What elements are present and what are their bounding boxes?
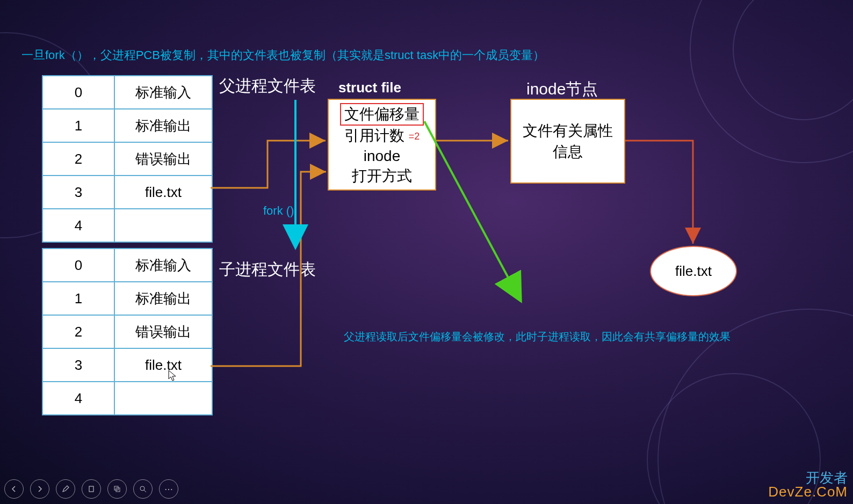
table-row: 2错误输出	[42, 315, 212, 348]
fd-index: 4	[42, 382, 114, 415]
fork-call-label: fork ()	[263, 204, 294, 218]
child-file-table: 0标准输入 1标准输出 2错误输出 3file.txt 4	[42, 248, 213, 415]
inode-box-text: 文件有关属性 信息	[523, 120, 613, 162]
svg-rect-0	[89, 486, 93, 492]
fd-value	[114, 209, 212, 242]
parent-file-table: 0标准输入 1标准输出 2错误输出 3file.txt 4	[42, 75, 213, 243]
table-row: 0标准输入	[42, 76, 212, 109]
fd-index: 2	[42, 142, 114, 176]
fd-index: 0	[42, 76, 114, 109]
fd-value: 标准输出	[114, 282, 212, 315]
fd-value	[114, 382, 212, 415]
fd-value: file.txt	[114, 348, 212, 382]
inode-title: inode节点	[526, 78, 598, 100]
file-offset-field: 文件偏移量	[340, 103, 424, 126]
fd-value: 错误输出	[114, 315, 212, 348]
top-note: 一旦fork（），父进程PCB被复制，其中的文件表也被复制（其实就是struct…	[21, 47, 545, 63]
table-row: 4	[42, 382, 212, 415]
table-row: 2错误输出	[42, 142, 212, 176]
fd-value: 错误输出	[114, 142, 212, 176]
arrow-parent-to-struct	[211, 141, 326, 188]
fd-value: 标准输入	[114, 76, 212, 109]
presentation-toolbar: ⋯	[4, 479, 178, 499]
inode-box: 文件有关属性 信息	[510, 99, 625, 184]
fd-index: 3	[42, 176, 114, 209]
svg-point-3	[140, 486, 144, 491]
fd-value: 标准输入	[114, 249, 212, 282]
more-button[interactable]: ⋯	[159, 479, 178, 499]
ref-count-value: =2	[409, 131, 420, 142]
bottom-note: 父进程读取后文件偏移量会被修改，此时子进程读取，因此会有共享偏移量的效果	[344, 330, 731, 344]
fd-index: 2	[42, 315, 114, 348]
fd-value: 标准输出	[114, 109, 212, 142]
table-row: 1标准输出	[42, 282, 212, 315]
prev-slide-button[interactable]	[4, 479, 24, 499]
parent-table-title: 父进程文件表	[219, 75, 316, 97]
copy-button[interactable]	[107, 479, 127, 499]
table-row: 3file.txt	[42, 176, 212, 209]
pen-tool-button[interactable]	[56, 479, 75, 499]
file-ellipse: file.txt	[650, 246, 737, 296]
fd-value: file.txt	[114, 176, 212, 209]
watermark-line2: DevZe.CoM	[768, 485, 848, 499]
fd-index: 0	[42, 249, 114, 282]
fd-index: 4	[42, 209, 114, 242]
watermark-line1: 开发者	[768, 471, 848, 485]
inode-field: inode	[336, 146, 428, 166]
table-row: 3file.txt	[42, 348, 212, 382]
child-table-title: 子进程文件表	[219, 259, 316, 281]
table-row: 0标准输入	[42, 249, 212, 282]
fd-index: 3	[42, 348, 114, 382]
svg-line-4	[144, 490, 146, 492]
cursor-icon	[168, 369, 178, 385]
fd-index: 1	[42, 282, 114, 315]
open-mode-field: 打开方式	[336, 166, 428, 186]
struct-file-label: struct file	[338, 79, 401, 96]
watermark: 开发者 DevZe.CoM	[768, 471, 848, 499]
table-row: 1标准输出	[42, 109, 212, 142]
struct-file-box: 文件偏移量 引用计数 =2 inode 打开方式	[328, 99, 436, 191]
fd-index: 1	[42, 109, 114, 142]
arrow-offset-note	[424, 121, 520, 300]
file-ellipse-label: file.txt	[675, 263, 712, 280]
arrow-inode-to-file	[625, 141, 693, 244]
next-slide-button[interactable]	[30, 479, 49, 499]
zoom-button[interactable]	[133, 479, 153, 499]
highlighter-button[interactable]	[82, 479, 101, 499]
ref-count-label: 引用计数	[344, 127, 404, 144]
table-row: 4	[42, 209, 212, 242]
